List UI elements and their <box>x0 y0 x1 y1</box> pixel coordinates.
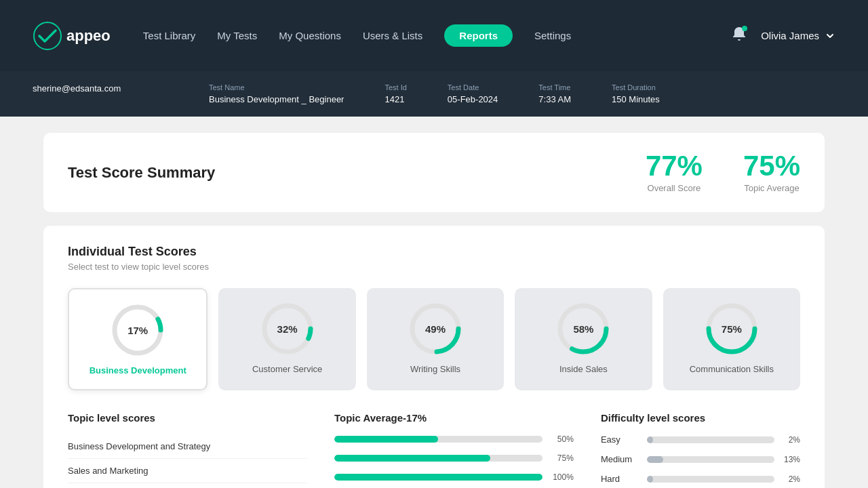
nav-right: Olivia James <box>731 26 835 46</box>
diff-track-1 <box>647 456 774 463</box>
bar-pct-0: 50% <box>549 434 574 444</box>
donut-2: 49% <box>408 302 462 356</box>
bar-track-0 <box>334 436 542 443</box>
nav-users-lists[interactable]: Users & Lists <box>363 30 422 41</box>
diff-pct-2: 2% <box>781 474 800 484</box>
overall-score-label: Overall Score <box>646 183 703 193</box>
individual-scores-title: Individual Test Scores <box>68 245 800 259</box>
score-summary-card: Test Score Summary 77% Overall Score 75%… <box>43 133 825 212</box>
score-card-label-2: Writing Skills <box>410 364 460 374</box>
score-summary-title: Test Score Summary <box>68 164 605 182</box>
topic-avg-label: Topic Average <box>743 183 800 193</box>
score-cards-row: 17% Business Development 32% Customer Se… <box>68 288 800 390</box>
score-card-label-3: Inside Sales <box>559 364 608 374</box>
nav-reports[interactable]: Reports <box>444 24 513 47</box>
test-duration-value: 150 Minutes <box>612 94 660 104</box>
donut-label-0: 17% <box>127 325 148 336</box>
diff-row-1: Medium 13% <box>601 454 800 464</box>
overall-score-pct: 77% <box>646 152 703 180</box>
topic-bar-1: 75% <box>334 453 574 463</box>
topic-bar-2: 100% <box>334 472 574 482</box>
nav-settings[interactable]: Settings <box>534 30 571 41</box>
nav-links: Test Library My Tests My Questions Users… <box>143 24 731 47</box>
score-card-2[interactable]: 49% Writing Skills <box>367 288 504 390</box>
test-id-value: 1421 <box>384 94 406 104</box>
test-name-value: Business Development _ Begineer <box>209 94 344 104</box>
nav-my-tests[interactable]: My Tests <box>217 30 257 41</box>
topic-item-1: Sales and Marketing <box>68 459 307 483</box>
user-name: Olivia James <box>761 30 819 41</box>
donut-4: 75% <box>705 302 759 356</box>
logo-text: appeo <box>66 27 111 45</box>
notification-dot <box>742 26 747 31</box>
test-date-field: Test Date 05-Feb-2024 <box>448 83 498 104</box>
bar-track-2 <box>334 474 542 481</box>
donut-1: 32% <box>260 302 315 356</box>
diff-label-1: Medium <box>601 454 640 464</box>
donut-label-4: 75% <box>722 323 742 335</box>
bar-fill-0 <box>334 436 438 443</box>
topic-item-2: Business Strategy and Analysis <box>68 483 307 488</box>
donut-label-2: 49% <box>425 323 446 335</box>
diff-row-2: Hard 2% <box>601 474 800 484</box>
logo[interactable]: appeo <box>33 21 111 51</box>
diff-fill-0 <box>647 436 653 443</box>
donut-0: 17% <box>111 303 165 357</box>
test-date-value: 05-Feb-2024 <box>448 94 498 104</box>
diff-track-2 <box>647 476 774 483</box>
svg-point-0 <box>34 22 61 49</box>
nav-my-questions[interactable]: My Questions <box>279 30 341 41</box>
diff-label-2: Hard <box>601 474 640 484</box>
test-name-field: Test Name Business Development _ Beginee… <box>209 83 344 104</box>
user-email: sherine@edsanta.com <box>33 83 168 94</box>
topic-avg-title: Topic Average-17% <box>334 412 574 424</box>
score-card-3[interactable]: 58% Inside Sales <box>515 288 652 390</box>
difficulty-scores: Difficulty level scores Easy 2% Medium 1… <box>601 412 800 488</box>
difficulty-title: Difficulty level scores <box>601 412 800 424</box>
bar-fill-2 <box>334 474 542 481</box>
diff-fill-1 <box>647 456 663 463</box>
test-date-label: Test Date <box>448 83 498 92</box>
diff-pct-0: 2% <box>781 435 800 445</box>
topic-item-0: Business Development and Strategy <box>68 434 307 459</box>
test-id-field: Test Id 1421 <box>384 83 406 104</box>
bottom-section: Topic level scores Business Development … <box>68 412 800 488</box>
individual-scores-subtitle: Select test to view topic level scores <box>68 262 800 272</box>
score-card-label-0: Business Development <box>90 365 186 375</box>
overall-score-block: 77% Overall Score <box>646 152 703 193</box>
score-card-1[interactable]: 32% Customer Service <box>218 288 355 390</box>
navbar: appeo Test Library My Tests My Questions… <box>0 0 868 71</box>
bar-pct-2: 100% <box>549 472 574 482</box>
donut-label-1: 32% <box>277 323 298 335</box>
topic-avg-pct: 75% <box>743 152 800 180</box>
score-card-label-1: Customer Service <box>252 364 322 374</box>
individual-scores-card: Individual Test Scores Select test to vi… <box>43 226 825 488</box>
score-card-4[interactable]: 75% Communication Skills <box>663 288 800 390</box>
info-bar: sherine@edsanta.com Test Name Business D… <box>0 71 868 117</box>
test-time-value: 7:33 AM <box>538 94 571 104</box>
test-name-label: Test Name <box>209 83 344 92</box>
test-time-field: Test Time 7:33 AM <box>538 83 571 104</box>
donut-3: 58% <box>556 302 610 356</box>
donut-label-3: 58% <box>573 323 593 335</box>
score-card-0[interactable]: 17% Business Development <box>68 288 208 390</box>
topic-scores: Topic level scores Business Development … <box>68 412 307 488</box>
bar-track-1 <box>334 455 542 462</box>
bar-fill-1 <box>334 455 490 462</box>
topic-avg-block: 75% Topic Average <box>743 152 800 193</box>
notification-bell[interactable] <box>731 26 747 46</box>
test-duration-field: Test Duration 150 Minutes <box>612 83 660 104</box>
topic-avg-section: Topic Average-17% 50% 75% 100% <box>334 412 574 488</box>
diff-label-0: Easy <box>601 434 640 445</box>
test-id-label: Test Id <box>384 83 406 92</box>
topic-bar-0: 50% <box>334 434 574 444</box>
score-card-label-4: Communication Skills <box>690 364 774 374</box>
diff-fill-2 <box>647 476 653 483</box>
test-time-label: Test Time <box>538 83 571 92</box>
nav-test-library[interactable]: Test Library <box>143 30 196 41</box>
main-content: Test Score Summary 77% Overall Score 75%… <box>0 117 868 488</box>
diff-pct-1: 13% <box>781 455 800 464</box>
user-profile[interactable]: Olivia James <box>761 30 835 41</box>
topic-scores-title: Topic level scores <box>68 412 307 424</box>
diff-track-0 <box>647 436 774 443</box>
